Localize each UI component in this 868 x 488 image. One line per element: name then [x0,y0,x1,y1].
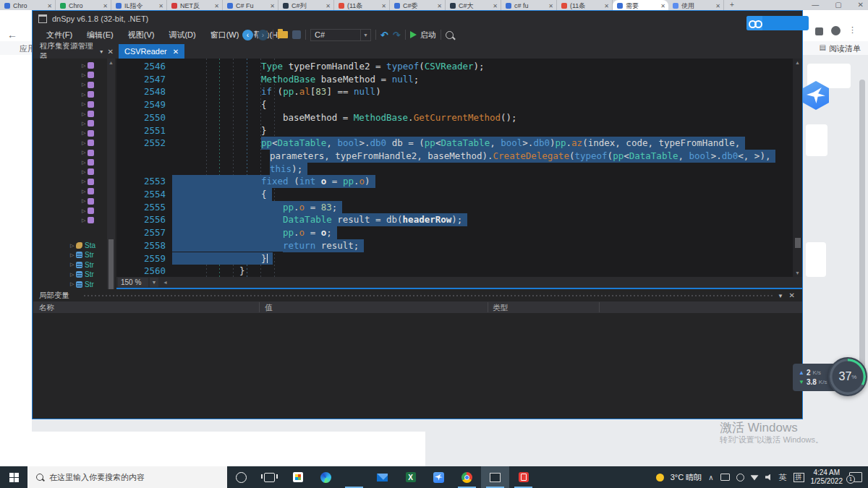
taskbar-search-box[interactable]: 在这里输入你要搜索的内容 [27,466,227,488]
scroll-left-icon[interactable]: ◄ [163,280,168,285]
scroll-up-icon[interactable]: ▲ [109,60,114,65]
tab-close-icon[interactable]: ✕ [103,3,108,9]
tree-row-assembly[interactable]: ▷ [33,90,116,99]
tab-close-icon[interactable]: ✕ [660,3,665,9]
taskbar-app-edge[interactable] [312,466,340,488]
hidden-icons-chevron[interactable]: ∧ [708,474,713,481]
navigate-forward-icon[interactable]: › [258,30,268,40]
tab-close-icon[interactable]: ✕ [47,3,52,9]
zoom-dropdown-icon[interactable]: ▼ [150,278,158,287]
taskbar-app-explorer[interactable] [340,466,368,488]
save-all-icon[interactable] [292,30,301,39]
dnspy-titlebar[interactable]: dnSpy v6.1.8 (32-bit, .NET) [33,11,802,27]
network-icon[interactable] [751,474,759,481]
expander-icon[interactable]: ▷ [82,121,88,127]
start-debug-button[interactable]: 启动 [410,30,436,40]
search-icon[interactable] [446,31,454,39]
weather-label[interactable]: 3°C 晴朗 [671,472,702,483]
expander-icon[interactable]: ▷ [82,63,88,69]
zoom-level-select[interactable]: 150 % [118,278,148,287]
browser-tab[interactable]: C#委✕ [390,0,446,10]
tree-row-assembly[interactable]: ▷ [33,148,116,158]
cortana-button[interactable] [227,466,255,488]
tab-close-icon[interactable]: ✕ [381,3,386,9]
locals-body[interactable] [33,313,802,419]
maximize-icon[interactable]: ▢ [835,1,841,9]
volume-icon[interactable] [765,474,773,481]
touch-keyboard-icon[interactable] [720,474,730,481]
expander-icon[interactable]: ▷ [82,72,88,78]
tree-row-type[interactable]: ▷Str [33,250,116,260]
tree-row-assembly[interactable]: ▷ [33,158,116,167]
tree-row-type[interactable]: ▷Sta [33,241,116,250]
taskbar-app-netdisk-bird[interactable] [425,466,453,488]
browser-tab[interactable]: Chro✕ [0,0,56,10]
locals-column-名称[interactable]: 名称 [39,303,54,313]
browser-tab[interactable]: IL指令✕ [111,0,167,10]
tree-row-type[interactable]: ▷Str [33,270,116,279]
menu-d[interactable]: 调试(D) [162,27,202,43]
ime-mode-indicator[interactable]: 拼 [793,473,804,482]
expander-icon[interactable]: ▷ [70,262,76,267]
browser-tab[interactable]: C# Fu✕ [223,0,278,10]
panel-menu-icon[interactable]: ▼ [778,293,783,299]
expander-icon[interactable]: ▷ [82,160,88,166]
menu-v[interactable]: 视图(V) [122,27,161,43]
netdisk-drag-upload-button[interactable] [746,16,809,30]
panel-menu-icon[interactable]: ▼ [99,49,104,54]
tree-row-assembly[interactable]: ▷ [33,167,116,176]
onedrive-icon[interactable] [736,474,744,481]
tree-row-assembly[interactable]: ▷ [33,187,116,196]
scroll-down-icon[interactable]: ▼ [795,270,800,275]
extensions-icon[interactable] [815,27,823,35]
browser-tab[interactable]: (11条✕ [557,0,613,10]
editor-vertical-scrollbar[interactable]: ▲ ▼ [793,59,802,277]
assembly-explorer-header[interactable]: 程序集资源管理器 ▼ ✕ [37,44,116,59]
expander-icon[interactable]: ▷ [82,150,88,155]
column-separator[interactable] [599,302,600,312]
expander-icon[interactable]: ▷ [82,101,88,107]
browser-tab[interactable]: NET反✕ [167,0,223,10]
browser-tab[interactable]: c# fu✕ [501,0,557,10]
document-tab-csvreader[interactable]: CSVReader ✕ [119,44,184,59]
taskbar-app-excel[interactable]: X [396,466,425,488]
weather-icon[interactable] [656,474,664,481]
tree-row-assembly[interactable]: ▷ [33,61,116,70]
expander-icon[interactable]: ▷ [70,281,76,287]
expander-icon[interactable]: ▷ [82,208,88,214]
minimize-icon[interactable]: — [812,1,819,9]
expander-icon[interactable]: ▷ [82,92,88,98]
browser-scrollbar[interactable] [859,80,865,369]
panel-close-icon[interactable]: ✕ [789,291,795,299]
tree-row-assembly[interactable]: ▷ [33,138,116,147]
browser-back-icon[interactable]: ← [7,29,17,40]
browser-tab[interactable]: Chro✕ [56,0,111,10]
tree-row-assembly[interactable]: ▷ [33,206,116,215]
expander-icon[interactable]: ▷ [70,272,76,278]
taskbar-app-mail[interactable] [368,466,396,488]
menu-w[interactable]: 窗口(W) [204,27,246,43]
tab-close-icon[interactable]: ✕ [158,3,163,9]
tree-row-type[interactable]: ▷Str [33,280,116,289]
navigate-back-icon[interactable]: ‹ [242,30,253,40]
browser-tab[interactable]: C#列✕ [278,0,334,10]
task-view-button[interactable] [255,466,284,488]
expander-icon[interactable]: ▷ [70,252,76,258]
expander-icon[interactable]: ▷ [82,111,88,117]
expander-icon[interactable]: ▷ [82,82,88,87]
browser-menu-icon[interactable]: ⋮ [848,25,856,35]
expander-icon[interactable]: ▷ [70,243,76,249]
tab-close-icon[interactable]: ✕ [214,3,219,9]
tree-row-assembly[interactable]: ▷ [33,80,116,90]
action-center-icon[interactable]: 1 [849,472,862,482]
locals-column-值[interactable]: 值 [265,303,273,313]
expander-icon[interactable]: ▷ [82,198,88,204]
tree-row-assembly[interactable]: ▷ [33,129,116,138]
tree-row-assembly[interactable]: ▷ [33,109,116,119]
column-separator[interactable] [488,302,488,312]
undo-icon[interactable]: ↶ [380,30,388,40]
tree-row-assembly[interactable]: ▷ [33,197,116,206]
open-file-icon[interactable] [278,31,288,38]
tree-row-assembly[interactable]: ▷ [33,177,116,187]
reading-list-icon[interactable]: ▤ [820,43,826,51]
